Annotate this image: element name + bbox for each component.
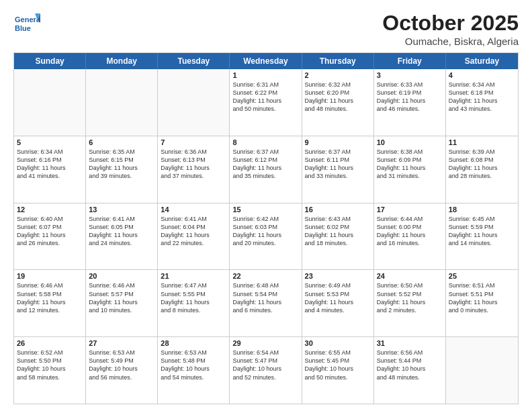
day-number: 9: [305, 138, 371, 146]
day-number: 3: [377, 71, 443, 79]
day-number: 17: [377, 205, 443, 214]
calendar-cell-20: 20Sunrise: 6:46 AMSunset: 5:57 PMDayligh…: [86, 270, 158, 336]
day-header-tuesday: Tuesday: [158, 53, 230, 69]
cell-info: Sunrise: 6:54 AMSunset: 5:47 PMDaylight:…: [232, 349, 298, 381]
cell-info: Sunrise: 6:33 AMSunset: 6:19 PMDaylight:…: [377, 81, 443, 113]
day-number: 28: [161, 339, 226, 347]
calendar-cell-empty-0-0: [14, 69, 86, 136]
calendar: SundayMondayTuesdayWednesdayThursdayFrid…: [13, 52, 519, 404]
cell-info: Sunrise: 6:41 AMSunset: 6:04 PMDaylight:…: [161, 215, 226, 248]
day-number: 21: [161, 272, 226, 280]
page: General Blue October 2025 Oumache, Biskr…: [0, 0, 532, 411]
cell-info: Sunrise: 6:36 AMSunset: 6:13 PMDaylight:…: [161, 148, 226, 181]
cell-info: Sunrise: 6:48 AMSunset: 5:54 PMDaylight:…: [232, 281, 298, 314]
cell-info: Sunrise: 6:46 AMSunset: 5:57 PMDaylight:…: [89, 281, 154, 314]
calendar-cell-29: 29Sunrise: 6:54 AMSunset: 5:47 PMDayligh…: [230, 337, 302, 404]
calendar-row-3: 19Sunrise: 6:46 AMSunset: 5:58 PMDayligh…: [14, 270, 518, 337]
calendar-cell-11: 11Sunrise: 6:39 AMSunset: 6:08 PMDayligh…: [446, 136, 518, 203]
day-number: 10: [377, 138, 443, 146]
day-header-wednesday: Wednesday: [230, 53, 302, 69]
day-number: 30: [305, 339, 371, 347]
calendar-cell-13: 13Sunrise: 6:41 AMSunset: 6:05 PMDayligh…: [86, 203, 158, 270]
day-number: 5: [17, 138, 83, 146]
day-number: 15: [232, 205, 298, 214]
calendar-cell-empty-0-2: [158, 69, 230, 136]
day-header-saturday: Saturday: [446, 53, 518, 69]
calendar-cell-empty-0-1: [86, 69, 158, 136]
day-number: 4: [449, 71, 515, 79]
calendar-cell-26: 26Sunrise: 6:52 AMSunset: 5:50 PMDayligh…: [14, 337, 86, 404]
cell-info: Sunrise: 6:49 AMSunset: 5:53 PMDaylight:…: [305, 281, 371, 314]
day-number: 25: [449, 272, 515, 280]
day-number: 6: [89, 138, 154, 146]
day-number: 24: [377, 272, 443, 280]
calendar-cell-23: 23Sunrise: 6:49 AMSunset: 5:53 PMDayligh…: [302, 270, 374, 336]
calendar-cell-4: 4Sunrise: 6:34 AMSunset: 6:18 PMDaylight…: [446, 69, 518, 136]
calendar-cell-15: 15Sunrise: 6:42 AMSunset: 6:03 PMDayligh…: [230, 203, 302, 270]
day-number: 12: [17, 205, 83, 214]
day-number: 29: [232, 339, 298, 347]
cell-info: Sunrise: 6:40 AMSunset: 6:07 PMDaylight:…: [17, 215, 83, 248]
calendar-row-0: 1Sunrise: 6:31 AMSunset: 6:22 PMDaylight…: [14, 69, 518, 136]
day-number: 8: [232, 138, 298, 146]
calendar-cell-22: 22Sunrise: 6:48 AMSunset: 5:54 PMDayligh…: [230, 270, 302, 336]
day-number: 2: [305, 71, 371, 79]
day-number: 18: [449, 205, 515, 214]
cell-info: Sunrise: 6:41 AMSunset: 6:05 PMDaylight:…: [89, 215, 154, 248]
cell-info: Sunrise: 6:34 AMSunset: 6:18 PMDaylight:…: [449, 81, 515, 113]
calendar-cell-14: 14Sunrise: 6:41 AMSunset: 6:04 PMDayligh…: [158, 203, 230, 270]
day-number: 7: [161, 138, 226, 146]
calendar-cell-18: 18Sunrise: 6:45 AMSunset: 5:59 PMDayligh…: [446, 203, 518, 270]
day-number: 1: [232, 71, 298, 79]
cell-info: Sunrise: 6:52 AMSunset: 5:50 PMDaylight:…: [17, 349, 83, 381]
day-number: 22: [232, 272, 298, 280]
calendar-cell-31: 31Sunrise: 6:56 AMSunset: 5:44 PMDayligh…: [374, 337, 446, 404]
calendar-cell-30: 30Sunrise: 6:55 AMSunset: 5:45 PMDayligh…: [302, 337, 374, 404]
cell-info: Sunrise: 6:47 AMSunset: 5:55 PMDaylight:…: [161, 281, 226, 314]
calendar-cell-1: 1Sunrise: 6:31 AMSunset: 6:22 PMDaylight…: [230, 69, 302, 136]
day-number: 23: [305, 272, 371, 280]
calendar-cell-8: 8Sunrise: 6:37 AMSunset: 6:12 PMDaylight…: [230, 136, 302, 203]
cell-info: Sunrise: 6:46 AMSunset: 5:58 PMDaylight:…: [17, 281, 83, 314]
calendar-cell-25: 25Sunrise: 6:51 AMSunset: 5:51 PMDayligh…: [446, 270, 518, 336]
day-number: 27: [89, 339, 154, 347]
cell-info: Sunrise: 6:37 AMSunset: 6:12 PMDaylight:…: [232, 148, 298, 181]
day-header-sunday: Sunday: [14, 53, 86, 69]
cell-info: Sunrise: 6:53 AMSunset: 5:49 PMDaylight:…: [89, 349, 154, 381]
day-number: 14: [161, 205, 226, 214]
calendar-cell-2: 2Sunrise: 6:32 AMSunset: 6:20 PMDaylight…: [302, 69, 374, 136]
calendar-cell-3: 3Sunrise: 6:33 AMSunset: 6:19 PMDaylight…: [374, 69, 446, 136]
calendar-subtitle: Oumache, Biskra, Algeria: [382, 36, 519, 47]
day-header-friday: Friday: [374, 53, 446, 69]
calendar-cell-9: 9Sunrise: 6:37 AMSunset: 6:11 PMDaylight…: [302, 136, 374, 203]
svg-text:Blue: Blue: [15, 24, 31, 32]
calendar-row-4: 26Sunrise: 6:52 AMSunset: 5:50 PMDayligh…: [14, 337, 518, 404]
cell-info: Sunrise: 6:37 AMSunset: 6:11 PMDaylight:…: [305, 148, 371, 181]
day-header-monday: Monday: [86, 53, 158, 69]
day-number: 31: [377, 339, 443, 347]
cell-info: Sunrise: 6:51 AMSunset: 5:51 PMDaylight:…: [449, 281, 515, 314]
cell-info: Sunrise: 6:45 AMSunset: 5:59 PMDaylight:…: [449, 215, 515, 248]
cell-info: Sunrise: 6:34 AMSunset: 6:16 PMDaylight:…: [17, 148, 83, 181]
calendar-cell-16: 16Sunrise: 6:43 AMSunset: 6:02 PMDayligh…: [302, 203, 374, 270]
cell-info: Sunrise: 6:35 AMSunset: 6:15 PMDaylight:…: [89, 148, 154, 181]
day-number: 13: [89, 205, 154, 214]
cell-info: Sunrise: 6:50 AMSunset: 5:52 PMDaylight:…: [377, 281, 443, 314]
cell-info: Sunrise: 6:56 AMSunset: 5:44 PMDaylight:…: [377, 349, 443, 381]
cell-info: Sunrise: 6:32 AMSunset: 6:20 PMDaylight:…: [305, 81, 371, 113]
cell-info: Sunrise: 6:43 AMSunset: 6:02 PMDaylight:…: [305, 215, 371, 248]
day-number: 20: [89, 272, 154, 280]
calendar-cell-27: 27Sunrise: 6:53 AMSunset: 5:49 PMDayligh…: [86, 337, 158, 404]
logo: General Blue: [13, 11, 40, 35]
calendar-cell-19: 19Sunrise: 6:46 AMSunset: 5:58 PMDayligh…: [14, 270, 86, 336]
calendar-cell-6: 6Sunrise: 6:35 AMSunset: 6:15 PMDaylight…: [86, 136, 158, 203]
header: General Blue October 2025 Oumache, Biskr…: [13, 11, 519, 47]
cell-info: Sunrise: 6:39 AMSunset: 6:08 PMDaylight:…: [449, 148, 515, 181]
calendar-title: October 2025: [382, 11, 519, 36]
calendar-cell-7: 7Sunrise: 6:36 AMSunset: 6:13 PMDaylight…: [158, 136, 230, 203]
calendar-cell-24: 24Sunrise: 6:50 AMSunset: 5:52 PMDayligh…: [374, 270, 446, 336]
day-header-thursday: Thursday: [302, 53, 374, 69]
calendar-cell-17: 17Sunrise: 6:44 AMSunset: 6:00 PMDayligh…: [374, 203, 446, 270]
calendar-cell-28: 28Sunrise: 6:53 AMSunset: 5:48 PMDayligh…: [158, 337, 230, 404]
calendar-row-1: 5Sunrise: 6:34 AMSunset: 6:16 PMDaylight…: [14, 136, 518, 203]
